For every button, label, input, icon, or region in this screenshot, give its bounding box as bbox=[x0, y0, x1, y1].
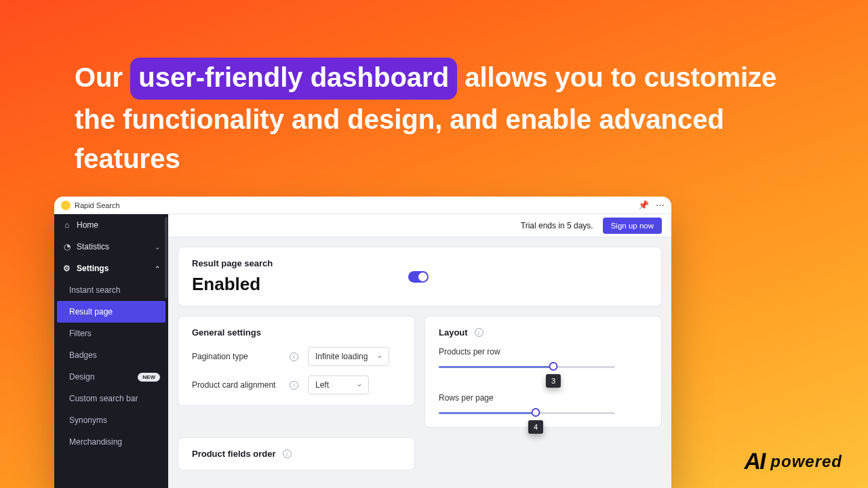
layout-title: Layout bbox=[439, 327, 468, 338]
slider-fill bbox=[439, 366, 553, 368]
result-page-search-label: Result page search bbox=[192, 258, 273, 268]
marketing-headline: Our user-friendly dashboard allows you t… bbox=[75, 58, 793, 178]
enabled-toggle[interactable] bbox=[408, 271, 429, 283]
info-icon[interactable]: i bbox=[283, 449, 292, 458]
new-badge: NEW bbox=[138, 373, 160, 382]
app-window: Rapid Search 📌 ⋯ ⌂ Home ◔ Statistics ⌄ ⚙… bbox=[54, 197, 671, 488]
main-panel: Trial ends in 5 days. Sign up now Result… bbox=[168, 214, 671, 488]
slider-knob[interactable] bbox=[549, 362, 558, 371]
result-page-status: Enabled bbox=[192, 274, 273, 295]
sidebar-scrollbar[interactable] bbox=[165, 217, 167, 298]
sidebar-item-settings[interactable]: ⚙ Settings ⌃ bbox=[54, 258, 168, 279]
sidebar-item-result-page[interactable]: Result page bbox=[57, 301, 165, 323]
sidebar-label: Settings bbox=[77, 264, 108, 273]
chevron-down-icon: ⌄ bbox=[155, 243, 160, 251]
sidebar-item-home[interactable]: ⌂ Home bbox=[54, 214, 168, 236]
general-settings-title: General settings bbox=[192, 327, 401, 338]
slider-knob[interactable] bbox=[532, 408, 540, 417]
statistics-icon: ◔ bbox=[62, 242, 71, 251]
trial-text: Trial ends in 5 days. bbox=[521, 221, 593, 230]
slider-value-bubble: 4 bbox=[528, 420, 543, 434]
headline-pre: Our bbox=[75, 62, 130, 92]
sidebar: ⌂ Home ◔ Statistics ⌄ ⚙ Settings ⌃ Insta… bbox=[54, 214, 168, 488]
sidebar-item-synonyms[interactable]: Synonyms bbox=[54, 409, 168, 431]
sidebar-item-design[interactable]: Design NEW bbox=[54, 366, 168, 388]
app-logo-icon bbox=[61, 201, 71, 210]
pagination-type-label: Pagination type bbox=[192, 352, 280, 361]
rows-per-page-slider[interactable]: 4 bbox=[439, 409, 615, 416]
app-title: Rapid Search bbox=[75, 201, 120, 209]
info-icon[interactable]: i bbox=[475, 328, 484, 337]
window-titlebar: Rapid Search 📌 ⋯ bbox=[54, 197, 671, 214]
slider-fill bbox=[439, 412, 536, 414]
headline-highlight: user-friendly dashboard bbox=[130, 58, 457, 100]
sidebar-item-badges[interactable]: Badges bbox=[54, 344, 168, 366]
sidebar-item-statistics[interactable]: ◔ Statistics ⌄ bbox=[54, 236, 168, 258]
product-fields-order-title: Product fields order bbox=[192, 449, 276, 459]
ai-mark: AI bbox=[743, 448, 768, 474]
result-page-search-card: Result page search Enabled bbox=[178, 247, 662, 306]
pin-icon[interactable]: 📌 bbox=[638, 200, 649, 210]
product-fields-order-card: Product fields order i bbox=[178, 437, 415, 470]
top-bar: Trial ends in 5 days. Sign up now bbox=[168, 214, 671, 237]
gear-icon: ⚙ bbox=[62, 264, 71, 273]
general-settings-card: General settings Pagination type i Infin… bbox=[178, 316, 415, 406]
alignment-label: Product card alignment bbox=[192, 380, 280, 390]
slider-value-bubble: 3 bbox=[546, 374, 561, 388]
info-icon[interactable]: i bbox=[290, 352, 298, 361]
products-per-row-slider[interactable]: 3 bbox=[439, 363, 615, 370]
alignment-select[interactable]: Left bbox=[308, 375, 369, 394]
sidebar-item-merchandising[interactable]: Merchandising bbox=[54, 431, 168, 453]
chevron-up-icon: ⌃ bbox=[155, 265, 160, 272]
sidebar-item-custom-search-bar[interactable]: Custom search bar bbox=[54, 388, 168, 409]
sidebar-item-instant-search[interactable]: Instant search bbox=[54, 279, 168, 301]
signup-button[interactable]: Sign up now bbox=[603, 218, 662, 234]
pagination-type-select[interactable]: Infinite loading bbox=[308, 347, 389, 366]
ai-text: powered bbox=[770, 452, 842, 471]
sidebar-item-filters[interactable]: Filters bbox=[54, 323, 168, 344]
layout-card: Layout i Products per row 3 Rows per pag… bbox=[425, 316, 662, 428]
info-icon[interactable]: i bbox=[290, 381, 298, 390]
sidebar-label: Home bbox=[77, 220, 98, 230]
sidebar-label: Statistics bbox=[77, 242, 109, 251]
home-icon: ⌂ bbox=[62, 220, 71, 230]
products-per-row-label: Products per row bbox=[439, 347, 648, 357]
ai-powered-badge: AI powered bbox=[745, 448, 842, 474]
more-icon[interactable]: ⋯ bbox=[656, 200, 665, 210]
rows-per-page-label: Rows per page bbox=[439, 393, 648, 403]
